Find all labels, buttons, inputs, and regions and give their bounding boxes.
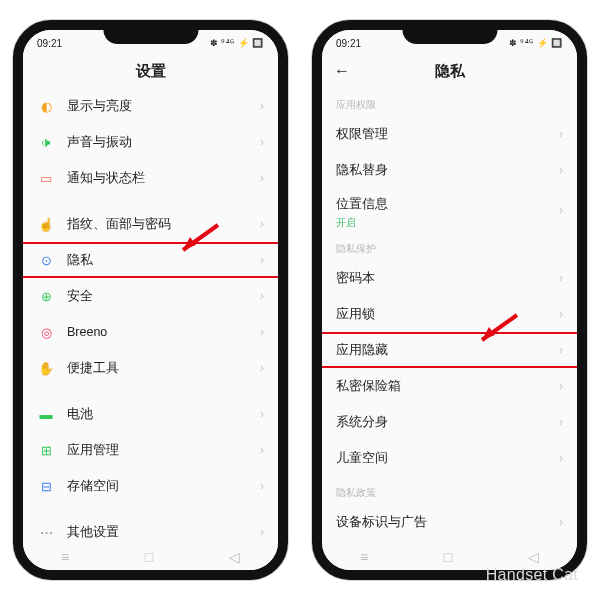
chevron-right-icon: ›: [260, 325, 264, 339]
row-label: 安全: [67, 288, 260, 305]
row-label: 通知与状态栏: [67, 170, 260, 187]
row-icon: ⋯: [37, 523, 55, 541]
row-label: 系统分身: [336, 414, 559, 431]
nav-recent-icon[interactable]: ≡: [61, 549, 69, 565]
chevron-right-icon: ›: [260, 135, 264, 149]
nav-back-icon[interactable]: ◁: [229, 549, 240, 565]
row-label: 密码本: [336, 270, 559, 287]
header: 设置: [23, 54, 278, 88]
row-label: 显示与亮度: [67, 98, 260, 115]
status-time: 09:21: [336, 38, 361, 49]
settings-row[interactable]: ▭通知与状态栏›: [23, 160, 278, 196]
status-time: 09:21: [37, 38, 62, 49]
chevron-right-icon: ›: [260, 361, 264, 375]
row-label: 应用管理: [67, 442, 260, 459]
row-label: 应用锁: [336, 306, 559, 323]
chevron-right-icon: ›: [260, 171, 264, 185]
chevron-right-icon: ›: [559, 343, 563, 357]
chevron-right-icon: ›: [260, 253, 264, 267]
row-icon: ◐: [37, 97, 55, 115]
settings-row[interactable]: ◐显示与亮度›: [23, 88, 278, 124]
row-label: 电池: [67, 406, 260, 423]
android-navbar: ≡ □ ◁: [23, 544, 278, 570]
chevron-right-icon: ›: [260, 479, 264, 493]
row-icon: ▬: [37, 405, 55, 423]
settings-row[interactable]: ⊟存储空间›: [23, 468, 278, 504]
chevron-right-icon: ›: [260, 443, 264, 457]
chevron-right-icon: ›: [559, 379, 563, 393]
privacy-row[interactable]: 位置信息›开启: [322, 188, 577, 232]
chevron-right-icon: ›: [260, 525, 264, 539]
row-label: 其他设置: [67, 524, 260, 541]
nav-home-icon[interactable]: □: [145, 549, 153, 565]
row-label: 儿童空间: [336, 450, 559, 467]
privacy-row[interactable]: 设备标识与广告›: [322, 504, 577, 540]
chevron-right-icon: ›: [559, 127, 563, 141]
chevron-right-icon: ›: [559, 307, 563, 321]
row-label: 位置信息: [336, 196, 559, 213]
row-icon: ⊞: [37, 441, 55, 459]
settings-row[interactable]: ◎Breeno›: [23, 314, 278, 350]
privacy-row[interactable]: 应用锁›: [322, 296, 577, 332]
settings-row[interactable]: ☝指纹、面部与密码›: [23, 206, 278, 242]
row-icon: ⊕: [37, 287, 55, 305]
header: ← 隐私: [322, 54, 577, 88]
row-label: 私密保险箱: [336, 378, 559, 395]
privacy-row[interactable]: 应用隐藏›: [322, 332, 577, 368]
settings-row[interactable]: ✋便捷工具›: [23, 350, 278, 386]
chevron-right-icon: ›: [559, 515, 563, 529]
back-icon[interactable]: ←: [334, 62, 350, 80]
privacy-row[interactable]: 密码本›: [322, 260, 577, 296]
notch: [103, 30, 198, 44]
row-label: Breeno: [67, 325, 260, 339]
row-label: 便捷工具: [67, 360, 260, 377]
row-icon: ▭: [37, 169, 55, 187]
row-label: 隐私: [67, 252, 260, 269]
nav-home-icon[interactable]: □: [444, 549, 452, 565]
page-title: 隐私: [435, 62, 465, 81]
row-label: 声音与振动: [67, 134, 260, 151]
chevron-right-icon: ›: [260, 217, 264, 231]
settings-list[interactable]: ◐显示与亮度›🕩声音与振动›▭通知与状态栏›☝指纹、面部与密码›⊙隐私›⊕安全›…: [23, 88, 278, 570]
row-icon: 🕩: [37, 133, 55, 151]
phone-left: 09:21 ✽ ⁹⁴ᴳ ⚡ 🔲 设置 ◐显示与亮度›🕩声音与振动›▭通知与状态栏…: [13, 20, 288, 580]
settings-row[interactable]: ⊙隐私›: [23, 242, 278, 278]
watermark: Handset Cat: [486, 566, 578, 584]
section-title: 应用权限: [322, 88, 577, 116]
privacy-row[interactable]: 儿童空间›: [322, 440, 577, 476]
privacy-row[interactable]: 私密保险箱›: [322, 368, 577, 404]
chevron-right-icon: ›: [559, 203, 563, 217]
row-icon: ◎: [37, 323, 55, 341]
row-icon: ☝: [37, 215, 55, 233]
chevron-right-icon: ›: [260, 99, 264, 113]
status-icons: ✽ ⁹⁴ᴳ ⚡ 🔲: [509, 38, 563, 48]
nav-back-icon[interactable]: ◁: [528, 549, 539, 565]
row-label: 设备标识与广告: [336, 514, 559, 531]
row-icon: ✋: [37, 359, 55, 377]
row-label: 存储空间: [67, 478, 260, 495]
row-icon: ⊙: [37, 251, 55, 269]
privacy-row[interactable]: 权限管理›: [322, 116, 577, 152]
notch: [402, 30, 497, 44]
settings-row[interactable]: ▬电池›: [23, 396, 278, 432]
settings-row[interactable]: ⊕安全›: [23, 278, 278, 314]
chevron-right-icon: ›: [559, 271, 563, 285]
phone-right: 09:21 ✽ ⁹⁴ᴳ ⚡ 🔲 ← 隐私 应用权限权限管理›隐私替身›位置信息›…: [312, 20, 587, 580]
privacy-row[interactable]: 隐私替身›: [322, 152, 577, 188]
privacy-list[interactable]: 应用权限权限管理›隐私替身›位置信息›开启隐私保护密码本›应用锁›应用隐藏›私密…: [322, 88, 577, 570]
privacy-row[interactable]: 系统分身›: [322, 404, 577, 440]
nav-recent-icon[interactable]: ≡: [360, 549, 368, 565]
row-icon: ⊟: [37, 477, 55, 495]
section-title: 隐私政策: [322, 476, 577, 504]
chevron-right-icon: ›: [559, 415, 563, 429]
row-label: 应用隐藏: [336, 342, 559, 359]
settings-row[interactable]: 🕩声音与振动›: [23, 124, 278, 160]
row-label: 隐私替身: [336, 162, 559, 179]
status-icons: ✽ ⁹⁴ᴳ ⚡ 🔲: [210, 38, 264, 48]
row-subtitle: 开启: [336, 216, 356, 230]
settings-row[interactable]: ⊞应用管理›: [23, 432, 278, 468]
chevron-right-icon: ›: [260, 289, 264, 303]
page-title: 设置: [136, 62, 166, 81]
chevron-right-icon: ›: [559, 451, 563, 465]
chevron-right-icon: ›: [260, 407, 264, 421]
